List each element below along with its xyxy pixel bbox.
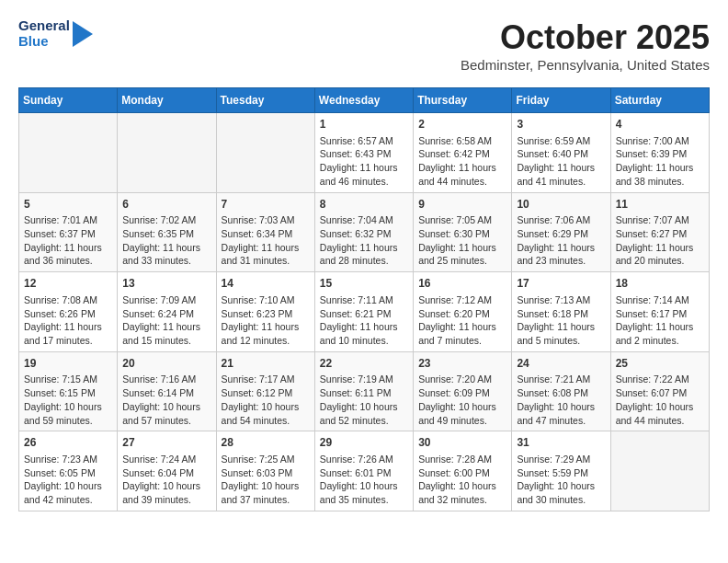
sunrise-label: Sunrise: 7:20 AM — [418, 373, 492, 385]
logo-blue-text: Blue — [18, 34, 70, 50]
calendar-table: SundayMondayTuesdayWednesdayThursdayFrid… — [18, 87, 710, 511]
day-number: 3 — [517, 117, 605, 132]
daylight-label: Daylight: 11 hours and 17 minutes. — [24, 321, 102, 346]
sunset-label: Sunset: 6:03 PM — [222, 467, 293, 478]
daylight-label: Daylight: 10 hours and 32 minutes. — [418, 480, 496, 505]
daylight-label: Daylight: 10 hours and 30 minutes. — [517, 480, 595, 505]
sunrise-label: Sunrise: 7:13 AM — [517, 294, 590, 305]
daylight-label: Daylight: 11 hours and 41 minutes. — [517, 162, 595, 187]
calendar-cell: 26 Sunrise: 7:23 AM Sunset: 6:05 PM Dayl… — [19, 431, 118, 511]
calendar-cell — [118, 113, 216, 193]
day-number: 15 — [320, 276, 408, 292]
calendar-cell: 9 Sunrise: 7:05 AM Sunset: 6:30 PM Dayli… — [414, 192, 512, 272]
day-number: 25 — [616, 356, 704, 372]
calendar-cell: 23 Sunrise: 7:20 AM Sunset: 6:09 PM Dayl… — [414, 351, 512, 431]
calendar-cell: 2 Sunrise: 6:58 AM Sunset: 6:42 PM Dayli… — [414, 113, 512, 193]
daylight-label: Daylight: 10 hours and 52 minutes. — [320, 401, 398, 426]
sunset-label: Sunset: 6:42 PM — [418, 148, 490, 159]
daylight-label: Daylight: 10 hours and 47 minutes. — [517, 401, 595, 426]
sunrise-label: Sunrise: 7:04 AM — [320, 214, 393, 225]
day-number: 8 — [320, 197, 408, 213]
calendar-cell: 20 Sunrise: 7:16 AM Sunset: 6:14 PM Dayl… — [118, 351, 216, 431]
svg-marker-0 — [73, 21, 93, 47]
calendar-cell: 29 Sunrise: 7:26 AM Sunset: 6:01 PM Dayl… — [314, 431, 413, 511]
calendar-cell — [19, 113, 118, 193]
calendar-cell: 11 Sunrise: 7:07 AM Sunset: 6:27 PM Dayl… — [610, 192, 709, 272]
calendar-cell: 22 Sunrise: 7:19 AM Sunset: 6:11 PM Dayl… — [314, 351, 413, 431]
location: Bedminster, Pennsylvania, United States — [461, 57, 710, 73]
calendar-cell — [216, 113, 314, 193]
sunset-label: Sunset: 6:08 PM — [517, 387, 588, 398]
calendar-cell: 3 Sunrise: 6:59 AM Sunset: 6:40 PM Dayli… — [512, 113, 610, 193]
day-header-thursday: Thursday — [414, 88, 512, 113]
sunset-label: Sunset: 6:05 PM — [24, 467, 96, 478]
sunset-label: Sunset: 6:39 PM — [616, 148, 688, 159]
sunrise-label: Sunrise: 6:59 AM — [517, 135, 590, 146]
day-number: 16 — [418, 276, 506, 292]
day-header-tuesday: Tuesday — [216, 88, 314, 113]
sunrise-label: Sunrise: 7:09 AM — [122, 294, 196, 305]
sunset-label: Sunset: 6:04 PM — [122, 467, 194, 478]
day-number: 24 — [517, 356, 605, 372]
sunrise-label: Sunrise: 7:05 AM — [418, 214, 492, 225]
calendar-cell: 14 Sunrise: 7:10 AM Sunset: 6:23 PM Dayl… — [216, 272, 314, 352]
day-header-saturday: Saturday — [610, 88, 709, 113]
sunrise-label: Sunrise: 7:12 AM — [418, 294, 492, 305]
daylight-label: Daylight: 11 hours and 36 minutes. — [24, 242, 102, 267]
daylight-label: Daylight: 11 hours and 7 minutes. — [418, 321, 496, 346]
day-number: 17 — [517, 276, 605, 292]
sunset-label: Sunset: 6:23 PM — [222, 308, 293, 319]
sunset-label: Sunset: 6:37 PM — [24, 228, 96, 239]
calendar-cell: 31 Sunrise: 7:29 AM Sunset: 5:59 PM Dayl… — [512, 431, 610, 511]
week-row-5: 26 Sunrise: 7:23 AM Sunset: 6:05 PM Dayl… — [19, 431, 710, 511]
calendar-cell: 17 Sunrise: 7:13 AM Sunset: 6:18 PM Dayl… — [512, 272, 610, 352]
sunset-label: Sunset: 6:26 PM — [24, 308, 96, 319]
calendar-cell: 1 Sunrise: 6:57 AM Sunset: 6:43 PM Dayli… — [314, 113, 413, 193]
sunset-label: Sunset: 6:30 PM — [418, 228, 490, 239]
day-number: 14 — [222, 276, 310, 292]
sunset-label: Sunset: 6:24 PM — [122, 308, 194, 319]
calendar-cell: 24 Sunrise: 7:21 AM Sunset: 6:08 PM Dayl… — [512, 351, 610, 431]
daylight-label: Daylight: 11 hours and 5 minutes. — [517, 321, 595, 346]
day-number: 19 — [24, 356, 112, 372]
sunrise-label: Sunrise: 7:24 AM — [122, 454, 196, 465]
sunrise-label: Sunrise: 7:21 AM — [517, 373, 590, 385]
daylight-label: Daylight: 10 hours and 54 minutes. — [222, 401, 300, 426]
sunrise-label: Sunrise: 7:08 AM — [24, 294, 97, 305]
sunset-label: Sunset: 6:21 PM — [320, 308, 392, 319]
logo-general-text: General — [18, 18, 70, 34]
sunset-label: Sunset: 6:09 PM — [418, 387, 490, 398]
header-row: SundayMondayTuesdayWednesdayThursdayFrid… — [19, 88, 710, 113]
daylight-label: Daylight: 11 hours and 28 minutes. — [320, 242, 398, 267]
sunrise-label: Sunrise: 7:00 AM — [616, 135, 689, 146]
sunset-label: Sunset: 6:17 PM — [616, 308, 688, 319]
daylight-label: Daylight: 11 hours and 15 minutes. — [122, 321, 200, 346]
day-number: 10 — [517, 197, 605, 213]
day-number: 31 — [517, 435, 605, 451]
sunset-label: Sunset: 6:27 PM — [616, 228, 688, 239]
day-header-sunday: Sunday — [19, 88, 118, 113]
month-title: October 2025 — [461, 18, 710, 57]
day-number: 22 — [320, 356, 408, 372]
sunrise-label: Sunrise: 7:23 AM — [24, 454, 97, 465]
sunrise-label: Sunrise: 6:57 AM — [320, 135, 393, 146]
day-number: 9 — [418, 197, 506, 213]
sunrise-label: Sunrise: 7:07 AM — [616, 214, 689, 225]
sunrise-label: Sunrise: 6:58 AM — [418, 135, 492, 146]
week-row-4: 19 Sunrise: 7:15 AM Sunset: 6:15 PM Dayl… — [19, 351, 710, 431]
day-number: 13 — [122, 276, 210, 292]
daylight-label: Daylight: 11 hours and 2 minutes. — [616, 321, 694, 346]
sunrise-label: Sunrise: 7:26 AM — [320, 454, 393, 465]
daylight-label: Daylight: 11 hours and 46 minutes. — [320, 162, 398, 187]
daylight-label: Daylight: 11 hours and 33 minutes. — [122, 242, 200, 267]
day-number: 28 — [222, 435, 310, 451]
daylight-label: Daylight: 10 hours and 35 minutes. — [320, 480, 398, 505]
sunrise-label: Sunrise: 7:22 AM — [616, 373, 689, 385]
calendar-cell: 8 Sunrise: 7:04 AM Sunset: 6:32 PM Dayli… — [314, 192, 413, 272]
week-row-1: 1 Sunrise: 6:57 AM Sunset: 6:43 PM Dayli… — [19, 113, 710, 193]
day-number: 7 — [222, 197, 310, 213]
daylight-label: Daylight: 11 hours and 12 minutes. — [222, 321, 300, 346]
daylight-label: Daylight: 10 hours and 44 minutes. — [616, 401, 694, 426]
day-number: 29 — [320, 435, 408, 451]
day-number: 23 — [418, 356, 506, 372]
